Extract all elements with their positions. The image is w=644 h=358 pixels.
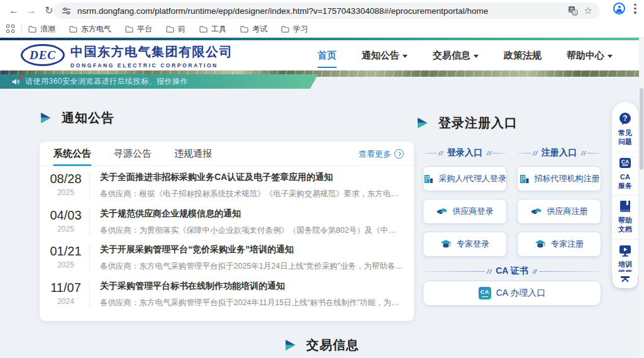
ca-group-header: CA 证书 (423, 266, 601, 277)
notice-title: 关于采购管理平台标书在线制作功能培训的通知 (100, 281, 404, 292)
back-icon[interactable]: ← (6, 3, 21, 18)
notice-list-item[interactable]: 04/03 2025 关于规范供应商企业规模信息的通知 各供应商：为贯彻落实《保… (40, 203, 414, 239)
button-label: 采购人/代理人登录 (438, 173, 506, 184)
collapse-widget-button[interactable] (613, 272, 638, 288)
notice-desc: 各供应商：为贯彻落实《保障中小企业款项支付条例》（国务院令第802号）及《中小企… (100, 225, 404, 236)
bookmark-folder[interactable]: 工具 (199, 24, 226, 35)
nav-home-label: 首页 (318, 50, 336, 62)
bookmark-folder[interactable]: 学习 (281, 24, 308, 35)
button-label: 招标代理机构注册 (535, 173, 600, 184)
chevron-down-icon (608, 55, 613, 58)
faq-item[interactable]: ? 常见问题 (612, 108, 638, 152)
company-name: 中国东方电气集团有限公司 DONGFANG ELECTRIC CORPORATI… (70, 43, 233, 69)
notice-list-item[interactable]: 08/28 2025 关于全面推进非招标采购业务CA认证及电子签章应用的通知 各… (40, 166, 414, 203)
nav-notices[interactable]: 通知公告 (360, 46, 409, 65)
expert-register-button[interactable]: 专家注册 (517, 232, 601, 257)
ca-entry-button[interactable]: CA CA 办理入口 (423, 281, 601, 306)
scrollbar-thumb[interactable] (640, 88, 643, 170)
bookmarks-bar: 浪潮 东方电气 平台 前 工具 考试 学习 (0, 21, 644, 38)
translate-icon[interactable]: 文 G (568, 6, 578, 16)
graduation-cap-icon (535, 239, 546, 249)
notice-date-year: 2025 (48, 225, 83, 233)
company-name-en: DONGFANG ELECTRIC CORPORATION (70, 62, 233, 69)
section-arrow-icon (40, 111, 53, 125)
dec-logo[interactable]: DEC (21, 44, 65, 66)
login-group-header: 登录入口 (423, 147, 507, 159)
notices-card: 系统公告 寻源公告 违规通报 查看更多 08/28 2025 关于全面推进非招标… (40, 142, 414, 321)
notice-title: 关于开展采购管理平台“竞价采购业务”培训的通知 (100, 244, 404, 255)
notice-list-item[interactable]: 01/21 2025 关于开展采购管理平台“竞价采购业务”培训的通知 各供应商：… (40, 238, 414, 275)
bookmark-star-icon[interactable]: ☆ (584, 5, 592, 16)
nav-home[interactable]: 首页 (316, 46, 338, 65)
login-section-header: 登录注册入口 (416, 115, 518, 131)
bookmark-folder[interactable]: 东方电气 (69, 24, 111, 35)
bookmark-label: 工具 (211, 24, 226, 35)
bookmark-folder[interactable]: 平台 (125, 24, 152, 35)
chrome-controls (613, 3, 636, 14)
notice-date-md: 01/21 (48, 244, 83, 259)
ca-group-label: CA 证书 (496, 266, 528, 277)
handshake-icon (531, 207, 542, 216)
nav-help[interactable]: 帮助中心 (565, 46, 614, 65)
trade-section-header: 交易信息 (284, 337, 359, 354)
notice-date: 11/07 2024 (48, 281, 83, 311)
browser-toolbar: ← → ↻ nsrm.dongfang.com/platform/runtime… (0, 0, 644, 21)
agency-register-button[interactable]: 招标代理机构注册 (517, 166, 601, 191)
scrollbar-track (639, 38, 644, 358)
nav-help-label: 帮助中心 (567, 50, 604, 62)
book-icon (618, 199, 632, 213)
expert-login-button[interactable]: 专家登录 (423, 232, 507, 257)
notice-date: 01/21 2025 (48, 244, 83, 275)
button-label: 专家注册 (551, 238, 584, 250)
nav-trade[interactable]: 交易信息 (431, 46, 480, 65)
chevron-down-icon (402, 55, 408, 58)
supplier-register-button[interactable]: 供应商注册 (517, 199, 601, 224)
bookmark-folder[interactable]: 前 (166, 24, 186, 35)
supplier-login-button[interactable]: 供应商登录 (423, 199, 507, 224)
ca-service-label: CA服务 (618, 172, 633, 191)
url-text[interactable]: nsrm.dongfang.com/platform/runtime/epp/d… (77, 6, 562, 16)
nav-policy[interactable]: 政策法规 (502, 46, 543, 65)
address-bar[interactable]: nsrm.dongfang.com/platform/runtime/epp/d… (54, 3, 600, 19)
purchaser-login-button[interactable]: 采购人/代理人登录 (423, 166, 507, 191)
folder-icon (28, 26, 36, 33)
ca-badge-icon: CA (479, 287, 491, 299)
divider (21, 25, 22, 34)
site-settings-icon[interactable] (62, 6, 71, 16)
view-more-link[interactable]: 查看更多 (358, 142, 404, 166)
forward-icon[interactable]: → (24, 3, 39, 18)
apps-grid-icon[interactable] (6, 25, 15, 33)
divider (89, 210, 90, 235)
notice-desc: 各供应商：根据《电子招标投标系统技术规范》《电子采购交易规范》要求，东方电气采购… (100, 189, 404, 199)
button-label: 专家登录 (457, 238, 489, 250)
ca-badge-text: CA (480, 289, 489, 295)
button-label: 供应商注册 (547, 206, 588, 217)
tab-violation-reports[interactable]: 违规通报 (174, 142, 212, 166)
folder-icon (240, 26, 248, 33)
chevron-down-icon (474, 55, 479, 58)
menu-dots-icon[interactable] (634, 4, 636, 14)
button-label: 供应商登录 (453, 206, 494, 217)
svg-text:?: ? (623, 114, 627, 123)
nav-notices-label: 通知公告 (362, 50, 399, 62)
notice-list-item[interactable]: 11/07 2024 关于采购管理平台标书在线制作功能培训的通知 各供应商：东方… (40, 275, 414, 311)
notice-title: 关于全面推进非招标采购业务CA认证及电子签章应用的通知 (100, 172, 404, 183)
notices-section-header: 通知公告 (40, 109, 114, 126)
chevron-up-icon (621, 277, 628, 284)
bookmark-folder[interactable]: 浪潮 (28, 24, 55, 35)
section-title: 交易信息 (306, 337, 359, 354)
main-nav: 首页 通知公告 交易信息 政策法规 帮助中心 (316, 40, 614, 70)
bookmark-label: 浪潮 (40, 24, 55, 35)
profile-avatar[interactable] (613, 3, 625, 14)
view-more-label: 查看更多 (358, 148, 391, 160)
help-docs-item[interactable]: 帮助文档 (612, 195, 638, 239)
speaker-icon (11, 77, 20, 86)
tab-system-notices[interactable]: 系统公告 (53, 142, 91, 166)
bookmark-folder[interactable]: 考试 (240, 24, 267, 35)
tab-sourcing-notices[interactable]: 寻源公告 (114, 142, 152, 166)
notice-date-year: 2025 (48, 260, 83, 269)
chevron-right-circle-icon (394, 149, 404, 159)
section-title: 通知公告 (62, 109, 114, 126)
ca-service-item[interactable]: CA CA服务 (612, 152, 638, 196)
building-icon (423, 174, 433, 184)
